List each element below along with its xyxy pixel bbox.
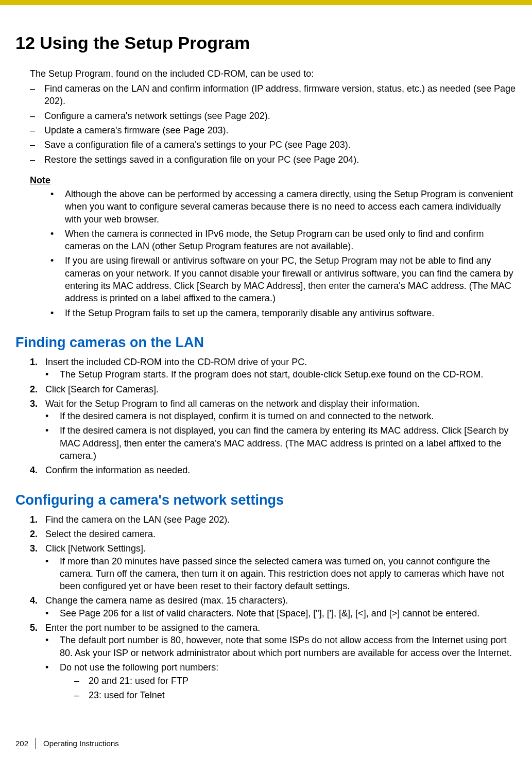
note-item: Although the above can be performed by a… — [50, 188, 517, 226]
step-sub: If more than 20 minutes have passed sinc… — [45, 555, 517, 593]
intro-item: Update a camera's firmware (see Page 203… — [30, 124, 517, 136]
step-text: Click [Search for Cameras]. — [45, 384, 159, 394]
intro-list: Find cameras on the LAN and confirm info… — [30, 82, 517, 166]
intro-block: The Setup Program, found on the included… — [30, 67, 517, 166]
step-sub-dash: 20 and 21: used for FTP — [74, 675, 517, 687]
intro-item: Find cameras on the LAN and confirm info… — [30, 82, 517, 108]
step-sub: The default port number is 80, however, … — [45, 634, 517, 659]
step-text: Select the desired camera. — [45, 529, 156, 539]
note-list: Although the above can be performed by a… — [50, 188, 517, 319]
section-heading-configuring: Configuring a camera's network settings — [15, 492, 517, 508]
step-text: Click [Network Settings]. — [45, 543, 146, 554]
intro-lead: The Setup Program, found on the included… — [30, 67, 517, 80]
step-sub-text: Do not use the following port numbers: — [60, 662, 218, 673]
step: Change the camera name as desired (max. … — [30, 594, 517, 619]
step: Find the camera on the LAN (see Page 202… — [30, 513, 517, 526]
chapter-heading: 12 Using the Setup Program — [15, 33, 517, 53]
step-sub: See Page 206 for a list of valid charact… — [45, 607, 517, 619]
intro-item: Restore the settings saved in a configur… — [30, 153, 517, 166]
note-item: If you are using firewall or antivirus s… — [50, 254, 517, 304]
step-text: Enter the port number to be assigned to … — [45, 623, 260, 633]
section-heading-finding: Finding cameras on the LAN — [15, 335, 517, 351]
footer-doc-title: Operating Instructions — [43, 739, 119, 748]
step: Enter the port number to be assigned to … — [30, 622, 517, 702]
note-item: If the Setup Program fails to set up the… — [50, 307, 517, 319]
step-text: Find the camera on the LAN (see Page 202… — [45, 514, 230, 525]
page-footer: 202 Operating Instructions — [0, 738, 532, 761]
step-text: Insert the included CD-ROM into the CD-R… — [45, 357, 307, 367]
configuring-steps: Find the camera on the LAN (see Page 202… — [30, 513, 517, 702]
page-number: 202 — [15, 739, 36, 748]
step: Click [Search for Cameras]. — [30, 383, 517, 395]
intro-item: Save a configuration file of a camera's … — [30, 139, 517, 151]
page-body: 12 Using the Setup Program The Setup Pro… — [0, 5, 532, 702]
step: Click [Network Settings]. If more than 2… — [30, 542, 517, 592]
finding-steps: Insert the included CD-ROM into the CD-R… — [30, 356, 517, 477]
step: Confirm the information as needed. — [30, 464, 517, 476]
top-accent-bar — [0, 0, 532, 5]
step-sub: Do not use the following port numbers: 2… — [45, 661, 517, 702]
footer-divider — [36, 738, 36, 749]
step-sub: If the desired camera is not displayed, … — [45, 410, 517, 422]
step: Wait for the Setup Program to find all c… — [30, 398, 517, 462]
step-text: Wait for the Setup Program to find all c… — [45, 399, 420, 409]
note-item: When the camera is connected in IPv6 mod… — [50, 228, 517, 253]
step-text: Confirm the information as needed. — [45, 465, 190, 475]
step-text: Change the camera name as desired (max. … — [45, 595, 288, 606]
step-sub: If the desired camera is not displayed, … — [45, 424, 517, 462]
step: Select the desired camera. — [30, 528, 517, 540]
step: Insert the included CD-ROM into the CD-R… — [30, 356, 517, 381]
note-block: Note Although the above can be performed… — [30, 175, 517, 319]
note-label: Note — [30, 175, 50, 186]
step-sub-dash: 23: used for Telnet — [74, 689, 517, 701]
intro-item: Configure a camera's network settings (s… — [30, 110, 517, 122]
step-sub: The Setup Program starts. If the program… — [45, 368, 517, 381]
